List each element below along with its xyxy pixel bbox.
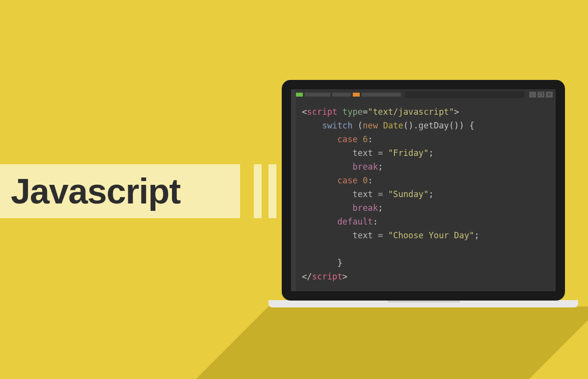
code-token: Choose Your Day bbox=[393, 230, 469, 240]
code-token: text bbox=[352, 230, 372, 240]
code-token: " bbox=[423, 148, 428, 158]
editor-gutter bbox=[291, 89, 296, 291]
decoration-bar bbox=[254, 164, 262, 218]
code-token: " bbox=[388, 189, 393, 199]
code-token: text bbox=[352, 148, 372, 158]
code-token: : bbox=[368, 134, 373, 144]
code-token: < bbox=[302, 107, 307, 117]
code-block: <script type="text/javascript"> switch (… bbox=[302, 105, 551, 283]
maximize-icon: ❐ bbox=[538, 92, 544, 98]
code-token: / bbox=[307, 272, 312, 281]
code-token: " bbox=[368, 107, 373, 117]
code-token: { bbox=[469, 121, 474, 130]
code-token: " bbox=[469, 230, 474, 240]
editor-tabbar: – ❐ ✕ bbox=[296, 91, 554, 98]
tab-modified-indicator bbox=[353, 93, 360, 97]
window-titlebar bbox=[405, 91, 524, 98]
code-token: Sunday bbox=[393, 189, 423, 199]
code-token: ) bbox=[459, 121, 464, 130]
code-token: text bbox=[352, 189, 372, 199]
code-token: : bbox=[373, 217, 378, 227]
code-token: getDay bbox=[418, 121, 449, 130]
code-token: ( bbox=[403, 121, 408, 130]
code-token: type bbox=[343, 107, 363, 117]
code-token: " bbox=[388, 230, 393, 240]
code-token: 6 bbox=[363, 134, 368, 144]
code-token: script bbox=[312, 272, 343, 281]
code-token: break bbox=[352, 162, 378, 172]
tab bbox=[305, 93, 330, 97]
code-token: } bbox=[337, 258, 342, 268]
tab bbox=[332, 93, 351, 97]
code-token: ) bbox=[454, 121, 459, 130]
code-token: ; bbox=[474, 230, 479, 240]
code-token: text/javascript bbox=[373, 107, 449, 117]
tab-indicator bbox=[296, 93, 303, 97]
code-token: ; bbox=[378, 162, 383, 172]
code-token: case bbox=[337, 134, 357, 144]
code-token: ; bbox=[429, 148, 434, 158]
code-token: break bbox=[352, 203, 378, 213]
page-title: Javascript bbox=[0, 171, 180, 211]
title-banner: Javascript bbox=[0, 164, 240, 218]
code-token: < bbox=[302, 272, 307, 281]
code-token: ( bbox=[358, 121, 363, 130]
code-token: = bbox=[373, 189, 388, 199]
code-token: 0 bbox=[363, 176, 368, 185]
code-token: script bbox=[307, 107, 337, 117]
code-token: ; bbox=[378, 203, 383, 213]
code-token: Friday bbox=[393, 148, 423, 158]
code-token: " bbox=[449, 107, 454, 117]
minimize-icon: – bbox=[529, 92, 536, 98]
laptop-shadow bbox=[122, 306, 588, 379]
code-token: : bbox=[368, 176, 373, 185]
code-token: = bbox=[373, 230, 388, 240]
code-token: > bbox=[454, 107, 459, 117]
code-token: ; bbox=[429, 189, 434, 199]
tab bbox=[362, 93, 401, 97]
code-token: = bbox=[373, 148, 388, 158]
window-controls: – ❐ ✕ bbox=[529, 92, 553, 98]
close-icon: ✕ bbox=[546, 92, 553, 98]
code-token: " bbox=[388, 148, 393, 158]
code-token: new bbox=[363, 121, 378, 130]
code-token: switch bbox=[322, 121, 352, 130]
code-token: . bbox=[414, 121, 418, 130]
code-token: case bbox=[337, 176, 357, 185]
code-token: " bbox=[423, 189, 428, 199]
code-token: default bbox=[337, 217, 372, 227]
editor-screen: – ❐ ✕ <script type="text/javascript"> sw… bbox=[291, 89, 556, 291]
code-token: = bbox=[363, 107, 368, 117]
code-token: > bbox=[343, 272, 347, 281]
code-token: ) bbox=[408, 121, 413, 130]
code-token: Date bbox=[383, 121, 403, 130]
decoration-bar bbox=[269, 164, 276, 218]
code-token: ( bbox=[449, 121, 454, 130]
